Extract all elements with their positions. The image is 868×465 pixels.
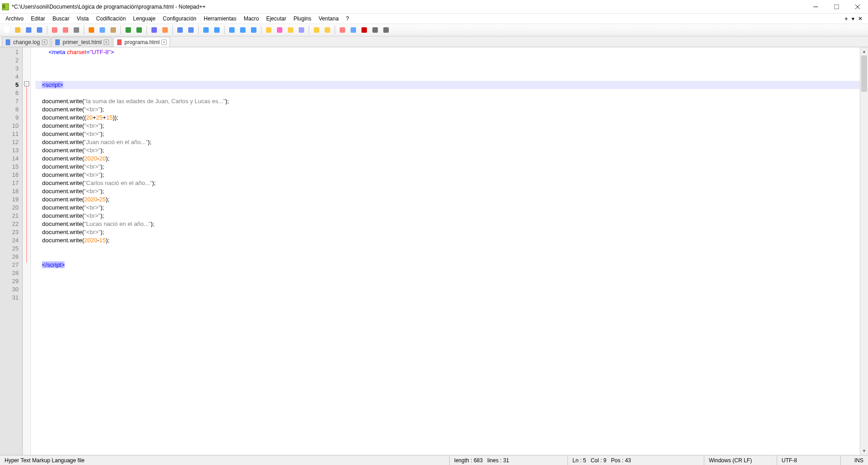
monitor-icon[interactable] <box>311 25 321 35</box>
code-line[interactable]: <script> <box>35 81 860 89</box>
maximize-button[interactable] <box>826 0 847 14</box>
line-number[interactable]: 22 <box>0 220 19 228</box>
line-number[interactable]: 19 <box>0 195 19 204</box>
menu-macro[interactable]: Macro <box>240 15 262 23</box>
code-line[interactable] <box>35 269 860 277</box>
code-line[interactable]: document.write("<br>"); <box>35 163 860 171</box>
code-line[interactable]: document.write("<br>"); <box>35 122 860 130</box>
undo-icon[interactable] <box>123 25 133 35</box>
save-all-icon[interactable] <box>35 25 45 35</box>
doc-map-icon[interactable] <box>275 25 285 35</box>
line-number[interactable]: 27 <box>0 261 19 269</box>
fold-toggle-icon[interactable]: − <box>24 81 29 86</box>
line-number[interactable]: 10 <box>0 122 19 130</box>
indent-guide-icon[interactable] <box>249 25 259 35</box>
code-line[interactable] <box>35 56 860 65</box>
line-number[interactable]: 24 <box>0 236 19 245</box>
play-icon[interactable] <box>359 25 369 35</box>
code-line[interactable]: document.write("<br>"); <box>35 228 860 236</box>
line-number[interactable]: 14 <box>0 155 19 163</box>
all-chars-icon[interactable] <box>238 25 248 35</box>
line-number[interactable]: 21 <box>0 212 19 220</box>
menu-x-icon[interactable]: ✕ <box>858 15 863 22</box>
code-line[interactable]: document.write("<br>"); <box>35 171 860 179</box>
code-line[interactable] <box>35 277 860 285</box>
record-icon[interactable] <box>337 25 347 35</box>
code-line[interactable]: document.write("Lucas nació en el año...… <box>35 220 860 228</box>
status-eol[interactable]: Windows (CR LF) <box>704 455 777 465</box>
line-number[interactable]: 15 <box>0 163 19 171</box>
line-number[interactable]: 13 <box>0 146 19 155</box>
line-number[interactable]: 29 <box>0 277 19 285</box>
zoom-out-icon[interactable] <box>186 25 196 35</box>
line-number[interactable]: 3 <box>0 65 19 73</box>
code-line[interactable] <box>35 285 860 294</box>
code-line[interactable] <box>35 89 860 97</box>
line-number[interactable]: 20 <box>0 204 19 212</box>
tab-change-log[interactable]: change.log× <box>2 37 50 47</box>
zoom-in-icon[interactable] <box>175 25 185 35</box>
menu-ejecutar[interactable]: Ejecutar <box>262 15 290 23</box>
line-number-gutter[interactable]: 1234567891011121314151617181920212223242… <box>0 47 23 455</box>
code-line[interactable] <box>35 73 860 81</box>
redo-icon[interactable] <box>134 25 144 35</box>
menu-configuración[interactable]: Configuración <box>159 15 200 23</box>
close-all-icon[interactable] <box>60 25 70 35</box>
paste-icon[interactable] <box>108 25 118 35</box>
save-macro-icon[interactable] <box>381 25 391 35</box>
tab-close-icon[interactable]: × <box>161 40 167 45</box>
fold-margin[interactable]: − <box>23 47 31 455</box>
line-number[interactable]: 11 <box>0 130 19 138</box>
code-line[interactable]: document.write("<br>"); <box>35 204 860 212</box>
line-number[interactable]: 30 <box>0 285 19 294</box>
line-number[interactable]: 5 <box>0 81 19 89</box>
print-icon[interactable] <box>71 25 81 35</box>
line-number[interactable]: 7 <box>0 97 19 105</box>
close-window-button[interactable] <box>847 0 868 14</box>
code-line[interactable]: document.write(2020-20); <box>35 155 860 163</box>
cut-icon[interactable] <box>86 25 96 35</box>
editor[interactable]: 1234567891011121314151617181920212223242… <box>0 47 868 455</box>
code-line[interactable]: document.write("<br>"); <box>35 187 860 195</box>
code-line[interactable]: document.write("Carlos nació en el año..… <box>35 179 860 187</box>
code-line[interactable]: document.write("Juan nació en el año..."… <box>35 138 860 146</box>
menu-down-icon[interactable]: ▼ <box>851 16 855 21</box>
menu-herramientas[interactable]: Herramientas <box>200 15 240 23</box>
status-insert-mode[interactable]: INS <box>841 455 868 465</box>
line-number[interactable]: 31 <box>0 294 19 302</box>
wrap-icon[interactable] <box>227 25 237 35</box>
scroll-up-icon[interactable]: ▲ <box>860 47 868 55</box>
code-line[interactable] <box>35 245 860 253</box>
code-area[interactable]: <meta charset="UTF-8"> <script> document… <box>31 47 860 455</box>
menu-lenguaje[interactable]: Lenguaje <box>130 15 159 23</box>
line-number[interactable]: 23 <box>0 228 19 236</box>
code-line[interactable] <box>35 65 860 73</box>
menu-codificación[interactable]: Codificación <box>92 15 129 23</box>
spell-icon[interactable] <box>322 25 332 35</box>
scroll-thumb[interactable] <box>861 55 867 92</box>
tab-close-icon[interactable]: × <box>42 40 47 45</box>
menu-editar[interactable]: Editar <box>27 15 49 23</box>
tab-primer_test-html[interactable]: primer_test.html× <box>51 37 112 47</box>
vertical-scrollbar[interactable]: ▲ ▼ <box>860 47 868 455</box>
folder-icon[interactable] <box>296 25 306 35</box>
code-line[interactable]: <meta charset="UTF-8"> <box>35 48 860 56</box>
close-icon[interactable] <box>50 25 60 35</box>
line-number[interactable]: 6 <box>0 89 19 97</box>
play-multi-icon[interactable] <box>370 25 380 35</box>
status-encoding[interactable]: UTF-8 <box>777 455 841 465</box>
find-icon[interactable] <box>149 25 159 35</box>
tab-close-icon[interactable]: × <box>104 40 109 45</box>
line-number[interactable]: 16 <box>0 171 19 179</box>
line-number[interactable]: 2 <box>0 56 19 65</box>
replace-icon[interactable] <box>160 25 170 35</box>
menu-vista[interactable]: Vista <box>73 15 92 23</box>
code-line[interactable]: document.write((20+25+15)); <box>35 114 860 122</box>
code-line[interactable]: document.write("la suma de las edades de… <box>35 97 860 105</box>
code-line[interactable]: document.write("<br>"); <box>35 105 860 114</box>
new-icon[interactable] <box>2 25 12 35</box>
line-number[interactable]: 4 <box>0 73 19 81</box>
tab-programa-html[interactable]: programa.html× <box>113 37 170 47</box>
code-line[interactable]: </script> <box>35 261 860 269</box>
code-line[interactable]: document.write(2020-25); <box>35 195 860 204</box>
